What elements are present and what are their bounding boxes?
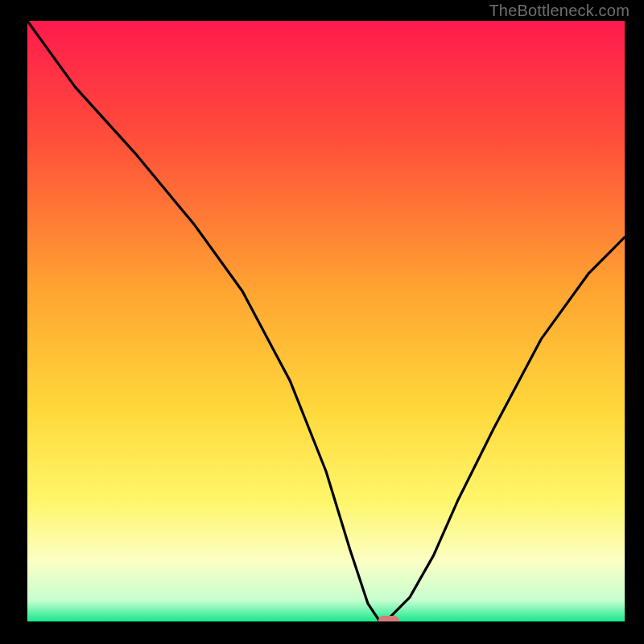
attribution-label: TheBottleneck.com	[489, 2, 630, 20]
optimum-marker	[378, 616, 399, 621]
plot-area	[27, 21, 625, 621]
chart-frame: TheBottleneck.com	[0, 0, 644, 644]
chart-svg	[27, 21, 625, 621]
gradient-background	[27, 21, 625, 621]
